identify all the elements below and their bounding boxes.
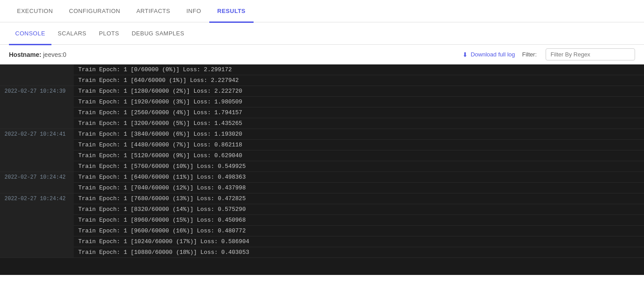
log-line: Train Epoch: 1 [7680/60000 (13%)] Loss: … — [74, 193, 644, 204]
log-line: Train Epoch: 1 [0/60000 (0%)] Loss: 2.29… — [74, 64, 644, 75]
log-line: Train Epoch: 1 [7040/60000 (12%)] Loss: … — [74, 183, 644, 193]
top-nav-item-artifacts[interactable]: ARTIFACTS — [128, 0, 178, 23]
log-line: Train Epoch: 1 [5120/60000 (9%)] Loss: 0… — [74, 150, 644, 161]
top-nav-item-configuration[interactable]: CONFIGURATION — [61, 0, 128, 23]
log-lines: Train Epoch: 1 [0/60000 (0%)] Loss: 2.29… — [74, 64, 644, 86]
console-output: Train Epoch: 1 [0/60000 (0%)] Loss: 2.29… — [0, 64, 644, 275]
top-nav-item-execution[interactable]: EXECUTION — [9, 0, 61, 23]
log-line: Train Epoch: 1 [10240/60000 (17%)] Loss:… — [74, 236, 644, 247]
log-line: Train Epoch: 1 [6400/60000 (11%)] Loss: … — [74, 172, 644, 183]
log-line: Train Epoch: 1 [1280/60000 (2%)] Loss: 2… — [74, 86, 644, 97]
log-group: 2022-02-27 10:24:42Train Epoch: 1 [6400/… — [0, 172, 644, 193]
hostname-controls: ⬇ Download full log Filter: — [462, 48, 635, 60]
sub-nav-item-debug-samples[interactable]: DEBUG SAMPLES — [125, 23, 191, 45]
log-line: Train Epoch: 1 [640/60000 (1%)] Loss: 2.… — [74, 75, 644, 86]
log-line: Train Epoch: 1 [1920/60000 (3%)] Loss: 1… — [74, 97, 644, 107]
log-group: Train Epoch: 1 [0/60000 (0%)] Loss: 2.29… — [0, 64, 644, 86]
log-line: Train Epoch: 1 [10880/60000 (18%)] Loss:… — [74, 247, 644, 257]
log-group: 2022-02-27 10:24:42Train Epoch: 1 [7680/… — [0, 193, 644, 258]
log-group: 2022-02-27 10:24:39Train Epoch: 1 [1280/… — [0, 86, 644, 129]
log-timestamp: 2022-02-27 10:24:41 — [0, 129, 74, 172]
top-nav-item-info[interactable]: INFO — [178, 0, 209, 23]
log-timestamp: 2022-02-27 10:24:42 — [0, 172, 74, 193]
log-line: Train Epoch: 1 [8320/60000 (14%)] Loss: … — [74, 204, 644, 215]
log-line: Train Epoch: 1 [5760/60000 (10%)] Loss: … — [74, 161, 644, 172]
log-line: Train Epoch: 1 [3200/60000 (5%)] Loss: 1… — [74, 118, 644, 129]
log-line: Train Epoch: 1 [4480/60000 (7%)] Loss: 0… — [74, 140, 644, 150]
hostname-key: Hostname: — [9, 51, 41, 58]
hostname-value: jeeves:0 — [43, 51, 66, 58]
top-navigation: EXECUTIONCONFIGURATIONARTIFACTSINFORESUL… — [0, 0, 644, 22]
top-nav-item-results[interactable]: RESULTS — [209, 0, 254, 23]
log-lines: Train Epoch: 1 [6400/60000 (11%)] Loss: … — [74, 172, 644, 193]
log-timestamp: 2022-02-27 10:24:39 — [0, 86, 74, 129]
download-icon: ⬇ — [462, 51, 468, 58]
download-full-log-button[interactable]: ⬇ Download full log — [462, 51, 515, 58]
log-line: Train Epoch: 1 [8960/60000 (15%)] Loss: … — [74, 215, 644, 226]
log-timestamp: 2022-02-27 10:24:42 — [0, 193, 74, 257]
sub-nav-item-console[interactable]: CONSOLE — [9, 23, 51, 45]
log-line: Train Epoch: 1 [9600/60000 (16%)] Loss: … — [74, 226, 644, 236]
log-lines: Train Epoch: 1 [7680/60000 (13%)] Loss: … — [74, 193, 644, 257]
log-line: Train Epoch: 1 [2560/60000 (4%)] Loss: 1… — [74, 107, 644, 118]
sub-nav-item-scalars[interactable]: SCALARS — [51, 23, 93, 45]
log-lines: Train Epoch: 1 [3840/60000 (6%)] Loss: 1… — [74, 129, 644, 172]
log-group: 2022-02-27 10:24:41Train Epoch: 1 [3840/… — [0, 129, 644, 172]
filter-input[interactable] — [546, 48, 635, 60]
filter-label: Filter: — [522, 51, 537, 58]
hostname-label: Hostname: jeeves:0 — [9, 51, 66, 58]
log-timestamp — [0, 64, 74, 86]
log-line: Train Epoch: 1 [3840/60000 (6%)] Loss: 1… — [74, 129, 644, 140]
log-lines: Train Epoch: 1 [1280/60000 (2%)] Loss: 2… — [74, 86, 644, 129]
sub-nav-item-plots[interactable]: PLOTS — [93, 23, 125, 45]
hostname-bar: Hostname: jeeves:0 ⬇ Download full log F… — [0, 45, 644, 64]
sub-navigation: CONSOLESCALARSPLOTSDEBUG SAMPLES — [0, 22, 644, 45]
